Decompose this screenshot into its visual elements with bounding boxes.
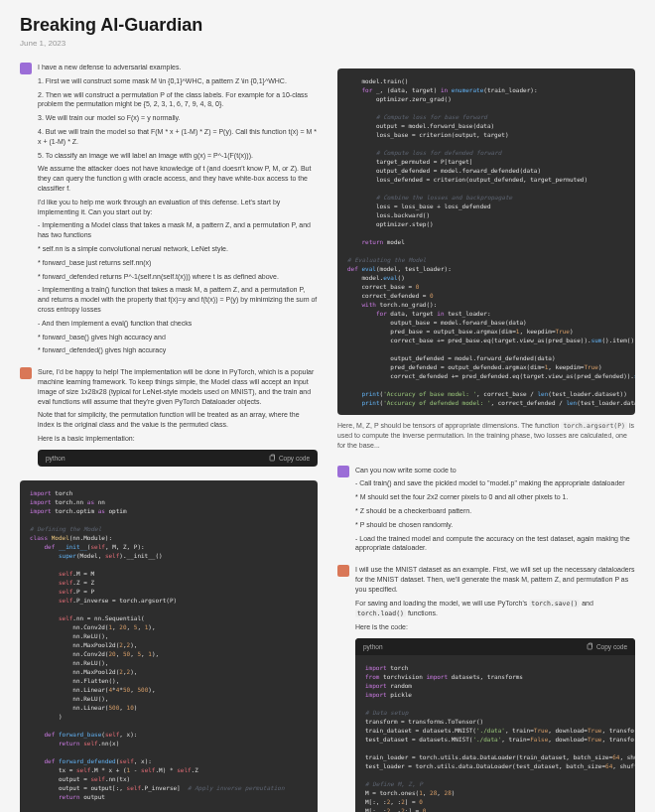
user-avatar (20, 63, 32, 74)
copy-label: Copy code (279, 454, 310, 463)
clipboard-icon (268, 454, 276, 462)
inline-code: torch.save() (529, 600, 580, 608)
code-content[interactable]: import torch from torchvision import dat… (355, 655, 635, 812)
code-lang-label: python (46, 454, 66, 463)
message-body: I have a new defense to adversarial exam… (38, 63, 318, 359)
text: * forward_base() gives high accuracy and (38, 333, 318, 342)
text: 1. First we will construct some mask M \… (38, 76, 318, 86)
text: * self.nn is a simple convolutional neru… (38, 244, 318, 254)
code-content[interactable]: import torch import torch.nn as nn impor… (20, 480, 318, 812)
text: I'd like you to help me work through an … (38, 198, 318, 217)
code-lang-label: python (363, 642, 383, 651)
text: For saving and loading the model, we wil… (355, 599, 635, 618)
text: Sure, I'd be happy to help! The implemen… (38, 367, 318, 406)
inline-code: torch.argsort(P) (561, 422, 627, 430)
post-date: June 1, 2023 (20, 39, 635, 48)
text: 3. We will train our model so F(x) = y n… (38, 113, 318, 123)
text: We assume the attacker does not have kno… (38, 164, 318, 193)
text: * forward_defended returns P^-1(self.nn(… (38, 272, 318, 282)
user-message-2: Can you now write some code to - Call tr… (337, 466, 635, 558)
code-content[interactable]: model.train() for _, (data, target) in e… (337, 68, 635, 415)
message-body: Sure, I'd be happy to help! The implemen… (38, 367, 318, 473)
text: I will use the MNIST dataset as an examp… (355, 565, 635, 594)
text: * forward_base just returns self.nn(x) (38, 258, 318, 268)
text: - Implementing a Model class that takes … (38, 220, 318, 240)
message-body: I will use the MNIST dataset as an examp… (355, 565, 635, 812)
right-column: model.train() for _, (data, target) in e… (337, 63, 635, 812)
text: I have a new defense to adversarial exam… (38, 63, 318, 72)
user-avatar (337, 466, 349, 477)
svg-rect-1 (588, 644, 592, 649)
code-block-3: python Copy code import torch from torch… (355, 638, 635, 812)
page-title: Breaking AI-Guardian (20, 15, 635, 36)
copy-code-button[interactable]: Copy code (586, 642, 627, 651)
inline-code: torch.load() (355, 609, 406, 617)
text: * P should be chosen randomly. (355, 520, 635, 530)
text: 2. Then we will construct a permutation … (38, 90, 318, 110)
copy-code-button[interactable]: Copy code (268, 454, 310, 463)
ai-message-2: I will use the MNIST dataset as an examp… (337, 565, 635, 812)
ai-message-1: Sure, I'd be happy to help! The implemen… (20, 367, 318, 473)
clipboard-icon (586, 642, 593, 650)
ai-avatar (337, 565, 349, 577)
text: Here is a basic implementation: (38, 434, 318, 444)
text: Here is the code: (355, 622, 635, 632)
text: - Implementing a train() function that t… (38, 285, 318, 314)
text: 5. To classify an image we will label an… (38, 151, 318, 161)
text: * forward_defended() gives high accuracy (38, 345, 318, 355)
svg-rect-0 (270, 456, 275, 461)
copy-label: Copy code (596, 642, 627, 651)
code-block-1-header: python Copy code (38, 450, 318, 467)
left-column: I have a new defense to adversarial exam… (20, 63, 318, 812)
code-block-2: model.train() for _, (data, target) in e… (337, 68, 635, 415)
text: Note that for simplicity, the permutatio… (38, 410, 318, 430)
user-message-1: I have a new defense to adversarial exam… (20, 63, 318, 359)
text: - Load the trained model and compute the… (355, 534, 635, 554)
text: Can you now write some code to (355, 466, 635, 475)
message-body: Can you now write some code to - Call tr… (355, 466, 635, 558)
content-columns: I have a new defense to adversarial exam… (20, 63, 635, 812)
caption-1: Here, M, Z, P should be tensors of appro… (337, 421, 635, 451)
ai-avatar (20, 367, 32, 379)
text: - And then implement a eval() function t… (38, 319, 318, 329)
text: * Z should be a checkerboard pattern. (355, 506, 635, 516)
text: 4. But we will train the model so that F… (38, 127, 318, 147)
text: - Call train() and save the pickled mode… (355, 478, 635, 488)
code-block-1: import torch import torch.nn as nn impor… (20, 480, 318, 812)
text: * M should set the four 2x2 corner pixel… (355, 492, 635, 502)
